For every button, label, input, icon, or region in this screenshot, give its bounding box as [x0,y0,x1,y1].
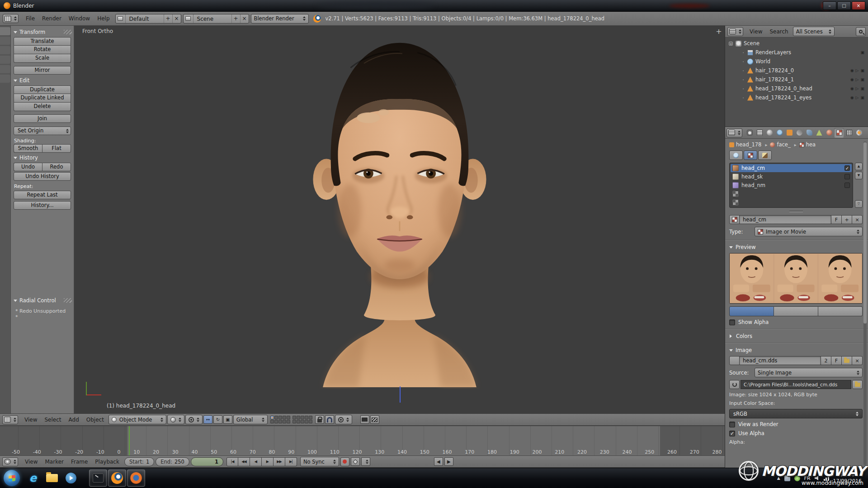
pivot-point-dropdown[interactable] [185,415,203,424]
taskbar-firefox-button[interactable] [127,469,145,487]
outliner-item[interactable]: Scene [725,39,868,48]
layer-cell[interactable] [297,420,300,423]
join-button[interactable]: Join [14,114,71,123]
outliner-menu-item[interactable]: Search [766,27,792,36]
editor-type-button[interactable] [726,128,742,137]
outliner-item[interactable]: hair_178224_0 [725,66,868,75]
close-button[interactable]: × [852,1,865,10]
scene-value[interactable]: Scene [193,14,231,23]
renderability-camera-icon[interactable] [860,69,864,73]
tool-shelf-tab[interactable] [0,75,10,83]
texture-slot-row[interactable] [731,190,852,198]
layer-cell[interactable] [283,420,286,423]
repeat-last-button[interactable]: Repeat Last [14,191,71,199]
world-texture-context-button[interactable] [729,150,743,160]
volume-icon[interactable] [815,476,820,481]
info-menu-item[interactable]: Help [94,14,113,23]
expander-icon[interactable] [741,86,746,91]
outliner-item-label[interactable]: head_178224_0_head [755,85,812,92]
renderability-camera-icon[interactable] [860,78,864,82]
unlink-image-button[interactable]: × [852,356,863,365]
visibility-eye-icon[interactable] [850,96,854,100]
editor-type-button[interactable] [3,14,19,23]
properties-tab[interactable] [784,128,794,138]
properties-tab[interactable] [814,128,824,138]
layer-cell[interactable] [292,416,296,419]
texture-enable-checkbox[interactable] [844,174,850,179]
panel-header-colors[interactable]: Colors [729,333,863,339]
outliner-item[interactable]: hair_178224_1 [725,75,868,84]
image-name-field[interactable]: head_cm.dds [740,356,821,365]
language-indicator[interactable]: FR [804,475,811,481]
tool-shelf-tab[interactable] [0,56,10,64]
edit-button[interactable]: Delete [14,103,71,111]
properties-tab[interactable] [804,128,814,138]
properties-tab[interactable] [794,128,804,138]
info-menu-item[interactable]: Window [65,14,94,23]
view-as-render-checkbox[interactable] [729,422,735,427]
layer-cell[interactable] [292,420,296,423]
properties-tab[interactable] [774,128,784,138]
outliner-item[interactable]: World [725,57,868,66]
screen-layout-value[interactable]: Default [126,14,164,23]
layer-cell[interactable] [287,416,290,419]
layers-widget[interactable] [270,416,312,423]
editor-type-button[interactable] [2,415,18,424]
mirror-button[interactable]: Mirror [14,66,71,75]
undo-history-button[interactable]: Undo History [14,172,71,181]
panel-grip-icon[interactable] [64,298,72,303]
selectability-icon[interactable] [856,96,859,100]
scene-selector[interactable]: Scene + × [183,14,249,23]
frame-end-field[interactable]: End:250 [156,457,189,466]
renderability-camera-icon[interactable] [860,87,864,91]
outliner-item[interactable]: head_178224_1_eyes [725,93,868,102]
panel-header-radial-control[interactable]: Radial Control [13,296,72,305]
reload-image-button[interactable] [729,380,740,389]
layer-cell[interactable] [274,416,278,419]
manipulator-rotate-button[interactable]: ↻ [213,415,222,424]
layer-cell[interactable] [309,420,312,423]
preview-mode-button[interactable] [729,306,774,316]
selectability-icon[interactable] [856,78,859,82]
playback-button[interactable]: ◀ [250,457,262,466]
texture-slot-name[interactable]: head_cm [741,165,765,171]
image-source-dropdown[interactable]: Single Image [755,368,863,377]
list-resize-grip[interactable] [789,211,803,212]
edit-button[interactable]: Duplicate Linked [14,94,71,103]
undo-button[interactable]: Undo [14,163,42,171]
texture-slot-row[interactable] [731,198,852,206]
manipulator-scale-button[interactable]: ▣ [223,415,232,424]
slot-specials-button[interactable]: ▽ [855,200,863,208]
expander-icon[interactable] [741,77,746,82]
panel-header-transform[interactable]: Transform [13,28,72,36]
panel-header-image[interactable]: Image [729,347,863,353]
manipulator-translate-button[interactable]: ↔ [203,415,212,424]
image-fake-user-button[interactable]: F [831,356,842,365]
layer-cell[interactable] [297,416,300,419]
browse-filepath-button[interactable] [852,380,863,389]
opengl-render-button[interactable] [360,415,369,424]
add-layout-button[interactable]: + [164,14,172,23]
layer-cell[interactable] [278,416,282,419]
panel-grip-icon[interactable] [64,30,72,34]
prev-keyframe-button[interactable]: ◀ [434,457,443,466]
delete-layout-button[interactable]: × [172,14,181,23]
taskbar-blender-button[interactable] [108,469,126,487]
playback-button[interactable]: ▶ [262,457,274,466]
selectability-icon[interactable] [856,69,859,73]
texture-browse-button[interactable] [729,215,740,224]
outliner-filter-dropdown[interactable]: All Scenes [793,27,835,36]
breadcrumb-item[interactable]: head_178 [729,141,769,148]
next-keyframe-button[interactable]: ▶ [444,457,453,466]
frame-start-field[interactable]: Start:1 [124,457,154,466]
new-texture-button[interactable]: + [842,215,852,224]
expander-icon[interactable] [741,59,746,64]
renderability-camera-icon[interactable] [860,96,864,100]
taskbar-explorer-button[interactable] [43,469,61,487]
timeline-menu-item[interactable]: Playback [91,457,123,466]
texture-enable-checkbox[interactable] [844,183,850,188]
expander-icon[interactable] [741,68,746,73]
opengl-render-anim-button[interactable] [370,415,379,424]
layer-cell[interactable] [305,420,308,423]
edit-button[interactable]: Duplicate [14,85,71,94]
